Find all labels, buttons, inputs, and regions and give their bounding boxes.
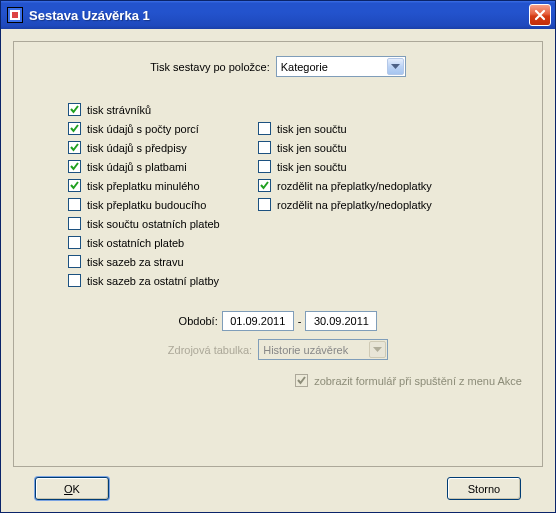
window-title: Sestava Uzávěrka 1: [29, 8, 529, 23]
checkbox-box: [68, 103, 81, 116]
cancel-label: Storno: [468, 483, 500, 495]
checkbox-box: [68, 160, 81, 173]
checkbox-box: [68, 179, 81, 192]
chk-jen-souctu-1[interactable]: tisk jen součtu: [258, 122, 430, 135]
checkbox-box: [295, 374, 308, 387]
checkbox-label: tisk přeplatku budoucího: [87, 199, 206, 211]
checkbox-label: tisk přeplatku minulého: [87, 180, 200, 192]
cancel-button[interactable]: Storno: [447, 477, 521, 500]
chevron-down-icon: [369, 341, 386, 358]
chk-rozdelit-2[interactable]: rozdělit na přeplatky/nedoplatky: [258, 198, 432, 211]
checkbox-box: [68, 122, 81, 135]
date-from-input[interactable]: [222, 311, 294, 331]
dialog-window: Sestava Uzávěrka 1 Tisk sestavy po polož…: [0, 0, 556, 513]
checkbox-label: zobrazit formulář při spuštění z menu Ak…: [314, 375, 522, 387]
checkbox-label: rozdělit na přeplatky/nedoplatky: [277, 180, 432, 192]
checkbox-box: [258, 198, 271, 211]
close-button[interactable]: [529, 4, 551, 26]
chk-sazby-strava[interactable]: tisk sazeb za stravu: [68, 255, 240, 268]
chk-jen-souctu-2[interactable]: tisk jen součtu: [258, 141, 430, 154]
client-area: Tisk sestavy po položce: Kategorie tisk …: [1, 29, 555, 512]
checkbox-label: tisk součtu ostatních plateb: [87, 218, 220, 230]
checkbox-label: tisk sazeb za stravu: [87, 256, 184, 268]
chk-preplatek-budouci[interactable]: tisk přeplatku budoucího: [68, 198, 240, 211]
group-by-label: Tisk sestavy po položce:: [150, 61, 269, 73]
button-row: OK Storno: [13, 467, 543, 500]
checkbox-box: [68, 236, 81, 249]
checkbox-label: tisk údajů s počty porcí: [87, 123, 199, 135]
checkbox-list: tisk strávníků tisk údajů s počty porcí …: [68, 103, 522, 287]
checkbox-label: tisk údajů s předpisy: [87, 142, 187, 154]
checkbox-box: [68, 217, 81, 230]
chk-ostatni-platby[interactable]: tisk ostatních plateb: [68, 236, 240, 249]
checkbox-label: tisk strávníků: [87, 104, 151, 116]
show-form-row: zobrazit formulář při spuštění z menu Ak…: [34, 374, 522, 387]
app-icon: [7, 7, 23, 23]
chk-show-form: zobrazit formulář při spuštění z menu Ak…: [295, 374, 522, 387]
chk-udaje-porce[interactable]: tisk údajů s počty porcí: [68, 122, 240, 135]
checkbox-box: [258, 160, 271, 173]
chk-preplatek-minuly[interactable]: tisk přeplatku minulého: [68, 179, 240, 192]
chk-tisk-stravniku[interactable]: tisk strávníků: [68, 103, 240, 116]
checkbox-label: tisk údajů s platbami: [87, 161, 187, 173]
checkbox-box: [68, 198, 81, 211]
main-panel: Tisk sestavy po položce: Kategorie tisk …: [13, 41, 543, 467]
period-label: Období:: [179, 315, 218, 327]
titlebar: Sestava Uzávěrka 1: [1, 1, 555, 29]
source-row: Zdrojová tabulka: Historie uzávěrek: [34, 339, 522, 360]
source-combo: Historie uzávěrek: [258, 339, 388, 360]
period-row: Období: -: [34, 311, 522, 331]
chk-udaje-predpisy[interactable]: tisk údajů s předpisy: [68, 141, 240, 154]
source-combo-value: Historie uzávěrek: [263, 344, 348, 356]
ok-button[interactable]: OK: [35, 477, 109, 500]
checkbox-label: tisk ostatních plateb: [87, 237, 184, 249]
checkbox-label: tisk sazeb za ostatní platby: [87, 275, 219, 287]
chevron-down-icon: [387, 58, 404, 75]
chk-jen-souctu-3[interactable]: tisk jen součtu: [258, 160, 430, 173]
chk-soucet-ostatnich[interactable]: tisk součtu ostatních plateb: [68, 217, 240, 230]
checkbox-box: [258, 141, 271, 154]
date-to-input[interactable]: [305, 311, 377, 331]
checkbox-label: tisk jen součtu: [277, 161, 347, 173]
checkbox-box: [258, 179, 271, 192]
checkbox-label: rozdělit na přeplatky/nedoplatky: [277, 199, 432, 211]
chk-sazby-ostatni[interactable]: tisk sazeb za ostatní platby: [68, 274, 240, 287]
close-icon: [534, 9, 546, 21]
group-by-combo[interactable]: Kategorie: [276, 56, 406, 77]
checkbox-label: tisk jen součtu: [277, 142, 347, 154]
chk-rozdelit-1[interactable]: rozdělit na přeplatky/nedoplatky: [258, 179, 432, 192]
group-by-combo-value: Kategorie: [281, 61, 328, 73]
group-by-row: Tisk sestavy po položce: Kategorie: [34, 56, 522, 77]
checkbox-box: [68, 141, 81, 154]
checkbox-box: [258, 122, 271, 135]
checkbox-box: [68, 274, 81, 287]
period-separator: -: [298, 315, 302, 327]
ok-underline: O: [64, 483, 73, 495]
checkbox-box: [68, 255, 81, 268]
source-label: Zdrojová tabulka:: [168, 344, 252, 356]
ok-rest: K: [73, 483, 80, 495]
chk-udaje-platby[interactable]: tisk údajů s platbami: [68, 160, 240, 173]
checkbox-label: tisk jen součtu: [277, 123, 347, 135]
